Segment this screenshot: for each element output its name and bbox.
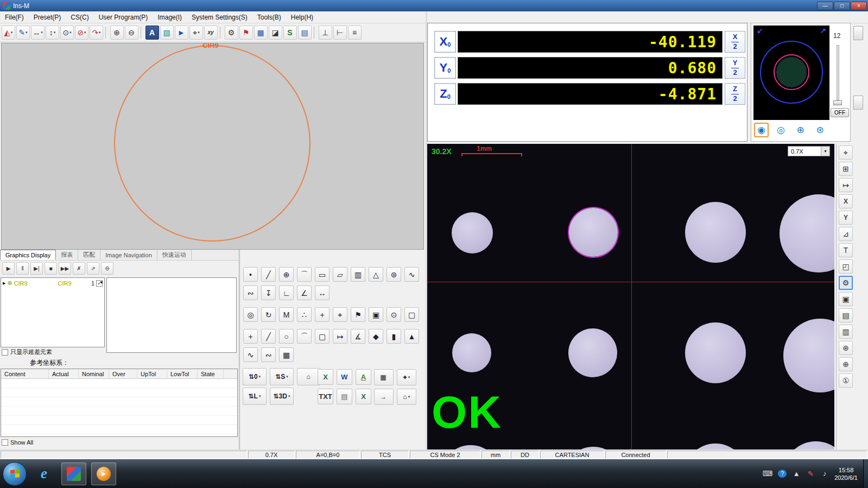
report-image-icon[interactable]: ▤: [298, 26, 312, 40]
probe-icon[interactable]: ⌖: [839, 145, 853, 160]
show-desktop-button[interactable]: [863, 459, 868, 488]
stop-button[interactable]: ■: [45, 262, 57, 275]
tool-wheel-icon[interactable]: ⊛: [839, 341, 853, 355]
tool-pin[interactable]: ⌖: [333, 307, 347, 322]
zoom-out-icon[interactable]: ⊖: [125, 26, 138, 40]
construct-distance[interactable]: ↦: [333, 329, 347, 344]
export-txt-button[interactable]: TXT: [318, 389, 333, 404]
align-horizontal-icon[interactable]: ⊥: [319, 26, 332, 40]
pause-button[interactable]: ‖: [16, 262, 29, 275]
ring-light-mode-ring[interactable]: ◎: [774, 123, 788, 137]
distance-tool-icon[interactable]: ↔▾: [31, 26, 45, 40]
tool-point[interactable]: •: [243, 267, 258, 282]
circle-tool-icon[interactable]: ⊙▾: [60, 26, 74, 40]
tool-image[interactable]: ▣: [369, 307, 383, 322]
element-row[interactable]: ▶ ⊕ CIR9 CIR9 1 ✓: [1, 278, 104, 288]
tool-calculator[interactable]: ▦: [279, 347, 294, 362]
construct-angle[interactable]: ∡: [351, 329, 365, 344]
minimize-button[interactable]: —: [817, 2, 833, 10]
col-uptol[interactable]: UpTol: [137, 369, 167, 378]
goto-measure-button[interactable]: ⇗: [87, 262, 99, 275]
construct-point[interactable]: +: [243, 329, 258, 344]
arc-tool-icon[interactable]: ↷▾: [90, 26, 103, 40]
sketch-tool-icon[interactable]: ✎▾: [16, 26, 30, 40]
hidden-icons-button[interactable]: ▲: [792, 470, 801, 478]
pen-tray-icon[interactable]: ✎: [806, 470, 815, 478]
construct-line[interactable]: ╱: [261, 329, 276, 344]
height-tool-icon[interactable]: ↕▾: [46, 26, 59, 40]
menu-image[interactable]: Image(I): [153, 12, 187, 23]
tab-report[interactable]: 报表: [56, 250, 78, 260]
tool-flag[interactable]: ⚑: [351, 307, 365, 322]
list-dropdown-icon[interactable]: ▼: [99, 280, 104, 285]
settings-gear-icon[interactable]: ⚙: [225, 26, 238, 40]
ring-light-mode-center[interactable]: ◉: [754, 123, 769, 137]
axis-half-button-y[interactable]: Y2: [725, 57, 745, 79]
col-state[interactable]: State: [198, 369, 224, 378]
help-tray-icon[interactable]: ?: [778, 470, 787, 478]
comb-ruler-icon[interactable]: ≡: [348, 26, 362, 40]
tool-cross[interactable]: +: [315, 307, 330, 322]
zoom-in-icon[interactable]: ⊕: [110, 26, 124, 40]
zoom-plus-icon[interactable]: ⊕: [839, 357, 853, 371]
side-panel-grip[interactable]: [853, 26, 863, 40]
tool-cylinder[interactable]: ▥: [351, 267, 365, 282]
tool-sphere[interactable]: ⊚: [387, 267, 401, 282]
maximize-button[interactable]: □: [834, 2, 850, 10]
construct-plane[interactable]: ◆: [369, 329, 383, 344]
cs-level-button[interactable]: ⇅L▾: [243, 388, 267, 405]
camera-view[interactable]: 30.2X 1mm 0.7X ▾ OK: [427, 144, 834, 449]
exclude-tool-icon[interactable]: ⊘▾: [75, 26, 88, 40]
cs-zero-button[interactable]: ⇅0▾: [243, 368, 267, 385]
ring-light-mode-8seg[interactable]: ⊛: [813, 123, 827, 137]
light-off-button[interactable]: OFF: [831, 108, 849, 117]
ring-light-display[interactable]: ↙ ↗: [753, 26, 829, 120]
axis-zero-button-x[interactable]: X0: [434, 31, 456, 53]
menu-user-program[interactable]: User Program(P): [94, 12, 153, 23]
run-button[interactable]: ▶: [2, 262, 15, 275]
export-excel-button[interactable]: X: [318, 369, 333, 385]
capture-frame-button[interactable]: ⌖▾: [397, 369, 416, 385]
menu-help[interactable]: Help(H): [286, 12, 318, 23]
construct-arc[interactable]: ⌒: [297, 329, 312, 344]
graphics-view[interactable]: CIR9: [1, 43, 424, 250]
s-program-icon[interactable]: S: [283, 26, 297, 40]
barcode-icon[interactable]: ▥: [839, 325, 853, 339]
machine-home-button[interactable]: ⌂▾: [397, 389, 416, 405]
export-excel2-button[interactable]: X: [356, 389, 371, 404]
close-button[interactable]: ×: [851, 2, 867, 10]
step-run-button[interactable]: ▶|: [30, 262, 43, 275]
rotate-ccw-arrow-icon[interactable]: ↙: [757, 27, 763, 35]
taskbar-media-button[interactable]: ▶: [91, 462, 116, 485]
goto-position-button[interactable]: →: [374, 389, 394, 405]
taskbar-clock[interactable]: 15:58 2020/6/1: [834, 466, 858, 481]
axis-half-button-z[interactable]: Z2: [725, 83, 745, 105]
tab-graphics-display[interactable]: Graphics Display: [0, 250, 56, 260]
taskbar-ie-button[interactable]: e: [31, 462, 56, 485]
probe-select-icon[interactable]: ⌖▾: [189, 26, 203, 40]
tool-region[interactable]: ∾: [261, 347, 276, 362]
motion-stop-button[interactable]: ⊖: [101, 262, 113, 275]
zoom-one-icon[interactable]: ①: [839, 373, 853, 388]
export-database-button[interactable]: ▤: [337, 389, 352, 404]
align-vertical-icon[interactable]: ⊢: [333, 26, 347, 40]
color-palette-button[interactable]: ▦: [374, 369, 394, 385]
filter-checkbox[interactable]: [2, 349, 8, 356]
menu-file[interactable]: File(F): [0, 12, 29, 23]
text-label-icon[interactable]: A: [145, 26, 159, 40]
tab-match[interactable]: 匹配: [78, 250, 100, 260]
fast-run-button[interactable]: ▶▶: [59, 262, 71, 275]
axis-half-button-x[interactable]: X2: [725, 31, 745, 53]
col-lowtol[interactable]: LowTol: [167, 369, 198, 378]
filter-out-of-tolerance[interactable]: 只显示超差元素: [2, 348, 52, 356]
tab-quick-motion[interactable]: 快速运动: [157, 250, 192, 260]
col-actual[interactable]: Actual: [49, 369, 79, 378]
view-3d-icon[interactable]: ▧: [160, 26, 174, 40]
show-all-checkbox[interactable]: [2, 439, 8, 446]
tool-arc[interactable]: ⌒: [297, 267, 312, 282]
tab-image-navigation[interactable]: Image Navigation: [100, 250, 157, 260]
tool-blob[interactable]: ∾: [243, 286, 258, 300]
tool-rectangle[interactable]: ▭: [315, 267, 330, 282]
xy-readout-icon[interactable]: xy: [204, 26, 218, 40]
tool-step[interactable]: ∟: [279, 286, 294, 300]
